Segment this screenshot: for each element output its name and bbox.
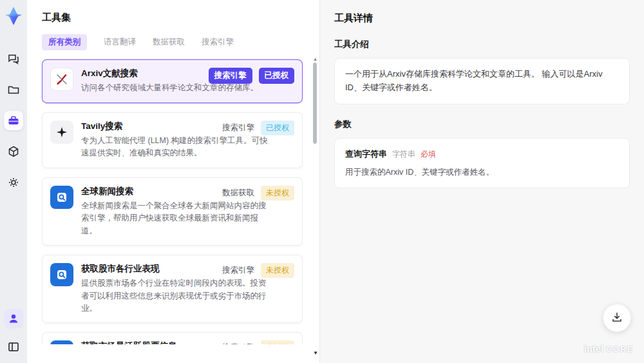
stock-search-icon bbox=[50, 263, 73, 286]
category-label: 数据获取 bbox=[222, 188, 254, 199]
detail-title: 工具详情 bbox=[334, 12, 630, 25]
tab-language-translation[interactable]: 语言翻译 bbox=[104, 34, 136, 50]
folder-icon bbox=[7, 83, 20, 96]
scroll-up-icon[interactable]: ▲ bbox=[313, 57, 317, 61]
sidebar-item-toolbox[interactable] bbox=[4, 111, 23, 130]
param-required-flag: 必填 bbox=[421, 148, 436, 161]
tool-description: 专为人工智能代理 (LLM) 构建的搜索引擎工具。可快速提供实时、准确和真实的结… bbox=[81, 135, 269, 160]
brand-intel: intel bbox=[584, 344, 603, 354]
category-tabs: 所有类别 语言翻译 数据获取 搜索引擎 bbox=[42, 34, 303, 50]
status-badge: 已授权 bbox=[259, 68, 295, 84]
sidebar-item-profile[interactable] bbox=[4, 309, 23, 328]
intro-section-title: 工具介绍 bbox=[334, 39, 630, 50]
tool-description: 全球新闻搜索是一个聚合全球各大新闻网站内容的搜索引擎，帮助用户快速获取全球最新资… bbox=[81, 200, 269, 237]
tool-intro-text: 一个用于从Arxiv存储库搜索科学论文和文章的工具。 输入可以是Arxiv ID… bbox=[345, 69, 602, 92]
tab-search-engine[interactable]: 搜索引擎 bbox=[202, 34, 234, 50]
news-search-icon bbox=[50, 186, 73, 209]
gear-icon bbox=[7, 176, 20, 189]
status-badge: 未授权 bbox=[261, 340, 294, 344]
tool-description: 访问各个研究领域大量科学论文和文章的存储库。 bbox=[81, 82, 258, 94]
param-name: 查询字符串 bbox=[345, 148, 387, 161]
cube-icon bbox=[7, 145, 20, 158]
tool-detail-pane: 工具详情 工具介绍 一个用于从Arxiv存储库搜索科学论文和文章的工具。 输入可… bbox=[320, 0, 644, 363]
tool-card-sector-performance[interactable]: 获取股市各行业表现 提供股票市场各个行业在特定时间段内的表现。投资者可以利用这些… bbox=[42, 255, 303, 323]
app-logo-icon bbox=[3, 5, 24, 27]
tool-intro-box: 一个用于从Arxiv存储库搜索科学论文和文章的工具。 输入可以是Arxiv ID… bbox=[334, 58, 630, 104]
tool-description: 提供股票市场各个行业在特定时间段内的表现。投资者可以利用这些信息来识别表现优于或… bbox=[81, 277, 269, 315]
tool-card-list: Arxiv文献搜索 访问各个研究领域大量科学论文和文章的存储库。 搜索引擎 已授… bbox=[42, 59, 303, 344]
sidebar bbox=[0, 0, 27, 363]
params-section-title: 参数 bbox=[334, 119, 630, 130]
intel-core-logo: intel CORE bbox=[584, 344, 634, 354]
chat-icon bbox=[7, 52, 20, 65]
brand-core: CORE bbox=[606, 345, 634, 354]
tab-data-acquisition[interactable]: 数据获取 bbox=[153, 34, 185, 50]
scroll-down-icon[interactable]: ▼ bbox=[313, 350, 318, 356]
list-scrollbar[interactable]: ▲ ▼ bbox=[312, 57, 318, 358]
sidebar-item-packages[interactable] bbox=[4, 142, 23, 161]
category-label: 搜索引擎 bbox=[222, 342, 254, 344]
scrollbar-thumb[interactable] bbox=[313, 63, 317, 144]
status-badge: 未授权 bbox=[261, 263, 294, 278]
category-label: 搜索引擎 bbox=[222, 265, 254, 276]
download-button[interactable] bbox=[603, 304, 631, 332]
sidebar-item-collapse[interactable] bbox=[4, 337, 23, 357]
tool-card-most-active-stocks[interactable]: 获取市场最活跃股票信息 提供当天交易量最高的股票列表。投资者可以利用这些信息来识… bbox=[42, 332, 303, 344]
tool-card-arxiv[interactable]: Arxiv文献搜索 访问各个研究领域大量科学论文和文章的存储库。 搜索引擎 已授… bbox=[42, 59, 303, 103]
tavily-star-icon bbox=[50, 121, 73, 144]
app-window: 工具集 所有类别 语言翻译 数据获取 搜索引擎 Arxiv文献搜索 访问各个研究… bbox=[0, 0, 644, 363]
sidebar-item-settings[interactable] bbox=[4, 173, 23, 192]
status-badge: 未授权 bbox=[261, 186, 294, 201]
category-badge: 搜索引擎 bbox=[209, 68, 252, 84]
stock-search-icon bbox=[50, 340, 73, 344]
sidebar-item-files[interactable] bbox=[4, 80, 23, 99]
sidebar-item-chat[interactable] bbox=[4, 49, 23, 68]
download-icon bbox=[611, 311, 623, 326]
sidebar-bottom bbox=[4, 309, 23, 357]
toolbox-icon bbox=[7, 114, 20, 127]
tool-list-pane: 工具集 所有类别 语言翻译 数据获取 搜索引擎 Arxiv文献搜索 访问各个研究… bbox=[27, 0, 320, 363]
param-description: 用于搜索的Arxiv ID、关键字或作者姓名。 bbox=[345, 166, 619, 179]
arxiv-logo-icon bbox=[50, 68, 73, 91]
status-badge: 已授权 bbox=[261, 121, 294, 135]
panel-toggle-icon bbox=[7, 340, 20, 353]
parameter-box: 查询字符串 字符串 必填 用于搜索的Arxiv ID、关键字或作者姓名。 bbox=[334, 138, 630, 189]
param-type: 字符串 bbox=[392, 148, 415, 161]
tool-card-global-news[interactable]: 全球新闻搜索 全球新闻搜索是一个聚合全球各大新闻网站内容的搜索引擎，帮助用户快速… bbox=[42, 177, 303, 246]
page-title: 工具集 bbox=[42, 12, 303, 24]
tab-all-categories[interactable]: 所有类别 bbox=[42, 34, 87, 50]
sidebar-nav bbox=[4, 49, 23, 192]
tool-card-tavily[interactable]: Tavily搜索 专为人工智能代理 (LLM) 构建的搜索引擎工具。可快速提供实… bbox=[42, 112, 303, 168]
category-label: 搜索引擎 bbox=[222, 123, 254, 133]
user-icon bbox=[8, 313, 19, 324]
